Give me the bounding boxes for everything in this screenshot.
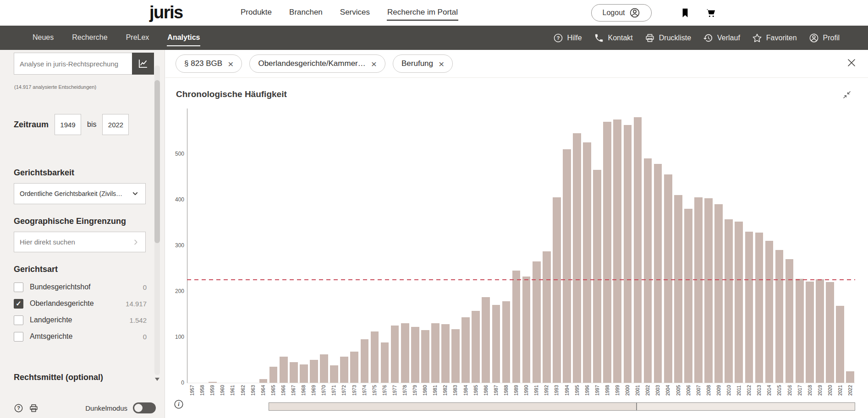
bar-2007[interactable] (694, 197, 703, 383)
bar-1999[interactable] (613, 119, 621, 383)
bar-1990[interactable] (522, 277, 531, 383)
gerichtsbarkeit-dropdown[interactable]: Ordentliche Gerichtsbarkeit (Zivils… (14, 183, 146, 204)
bar-1988[interactable] (502, 301, 511, 383)
bar-2002[interactable] (644, 158, 652, 383)
bar-1974[interactable] (361, 339, 369, 383)
filter-chip-823-bgb[interactable]: § 823 BGB× (176, 54, 242, 73)
bar-1979[interactable] (411, 327, 419, 383)
close-icon[interactable]: × (228, 59, 233, 69)
navbar-item-prelex[interactable]: PreLex (126, 30, 150, 46)
close-icon[interactable]: × (371, 59, 377, 69)
bar-2008[interactable] (704, 198, 713, 383)
sidebar-scrollbar-track[interactable] (154, 65, 160, 375)
close-icon[interactable] (845, 56, 858, 69)
bar-2004[interactable] (664, 174, 672, 383)
bar-2010[interactable] (725, 219, 733, 383)
top-nav-branchen[interactable]: Branchen (289, 5, 323, 21)
filter-chip-berufung[interactable]: Berufung× (393, 54, 453, 73)
bar-2021[interactable] (836, 306, 844, 383)
logout-button[interactable]: Logout (591, 4, 652, 22)
printer-icon[interactable] (29, 403, 38, 413)
bar-1995[interactable] (573, 133, 581, 383)
filter-chip-oberlandesgerichte-kammer[interactable]: Oberlandesgerichte/Kammer…× (249, 54, 385, 73)
checkbox-oberlandesgerichte[interactable]: ✓ (14, 299, 23, 309)
bar-2003[interactable] (654, 164, 662, 383)
bar-1989[interactable] (512, 271, 521, 383)
bar-1997[interactable] (593, 170, 601, 383)
range-slider-window[interactable] (269, 403, 636, 410)
bar-1993[interactable] (553, 197, 561, 383)
checkbox-landgerichte[interactable] (14, 315, 23, 325)
bar-1981[interactable] (431, 323, 439, 383)
bar-2022[interactable] (846, 371, 854, 383)
bar-1972[interactable] (340, 357, 348, 383)
collapse-icon[interactable] (842, 90, 852, 99)
info-icon[interactable]: i (174, 399, 184, 409)
bar-1992[interactable] (543, 251, 551, 383)
bar-1971[interactable] (330, 365, 338, 383)
bar-1959[interactable] (209, 382, 217, 383)
bar-2012[interactable] (745, 232, 753, 383)
bar-2005[interactable] (674, 195, 682, 383)
bar-1973[interactable] (350, 352, 358, 383)
bar-1966[interactable] (280, 357, 288, 383)
top-nav-recherche-im-portal[interactable]: Recherche im Portal (387, 5, 458, 21)
navbar-item-analytics[interactable]: Analytics (167, 30, 200, 46)
bar-1984[interactable] (461, 317, 470, 383)
zeitraum-to-input[interactable] (102, 114, 129, 135)
navbar-tool-hilfe[interactable]: ?Hilfe (553, 33, 582, 43)
top-nav-produkte[interactable]: Produkte (240, 5, 272, 21)
zeitraum-from-input[interactable] (55, 114, 81, 135)
navbar-item-neues[interactable]: Neues (32, 30, 54, 46)
top-nav-services[interactable]: Services (340, 5, 370, 21)
bar-2020[interactable] (826, 282, 834, 383)
chart-range-slider[interactable] (269, 402, 855, 411)
bar-1975[interactable] (371, 331, 379, 383)
navbar-tool-verlauf[interactable]: Verlauf (703, 33, 740, 43)
bar-1964[interactable] (259, 379, 268, 383)
navbar-item-recherche[interactable]: Recherche (71, 30, 108, 46)
bar-2006[interactable] (684, 209, 692, 383)
bar-2017[interactable] (796, 279, 804, 383)
bar-1978[interactable] (401, 323, 409, 383)
bar-1977[interactable] (391, 326, 399, 383)
bar-1967[interactable] (290, 362, 298, 383)
range-slider-handle[interactable] (636, 403, 637, 410)
sidebar-scrollbar-thumb[interactable] (154, 80, 160, 243)
bar-2015[interactable] (775, 250, 784, 383)
bar-2018[interactable] (806, 282, 814, 383)
bar-1996[interactable] (583, 142, 591, 383)
bar-1970[interactable] (320, 354, 328, 383)
analytics-search-button[interactable] (132, 53, 154, 75)
bar-2000[interactable] (624, 125, 632, 383)
bar-1987[interactable] (492, 305, 500, 383)
bar-1998[interactable] (603, 122, 611, 383)
checkbox-bundesgerichtshof[interactable] (14, 282, 23, 292)
bookmark-icon[interactable] (679, 7, 691, 19)
bar-1980[interactable] (421, 330, 429, 383)
bar-1986[interactable] (482, 297, 490, 383)
bar-1976[interactable] (381, 342, 389, 383)
bar-1965[interactable] (269, 367, 278, 383)
bar-2011[interactable] (735, 222, 743, 383)
navbar-tool-favoriten[interactable]: Favoriten (752, 33, 797, 43)
bar-1983[interactable] (451, 329, 460, 383)
bar-2001[interactable] (634, 117, 642, 383)
bar-2016[interactable] (786, 259, 794, 383)
scroll-down-arrow-icon[interactable] (155, 378, 159, 381)
bar-1969[interactable] (310, 360, 318, 383)
bar-2013[interactable] (755, 233, 764, 383)
checkbox-amtsgerichte[interactable] (14, 332, 23, 342)
bar-1994[interactable] (563, 149, 571, 383)
dark-mode-toggle[interactable] (133, 402, 156, 413)
navbar-tool-kontakt[interactable]: Kontakt (594, 33, 633, 43)
geo-search-input[interactable] (14, 238, 126, 246)
bar-2009[interactable] (714, 204, 723, 383)
navbar-tool-druckliste[interactable]: Druckliste (645, 33, 691, 43)
close-icon[interactable]: × (439, 59, 444, 69)
bar-2019[interactable] (816, 279, 824, 383)
bar-1982[interactable] (441, 324, 450, 383)
cart-icon[interactable] (705, 7, 717, 19)
navbar-tool-profil[interactable]: Profil (809, 33, 840, 43)
help-icon[interactable]: ? (14, 403, 23, 413)
